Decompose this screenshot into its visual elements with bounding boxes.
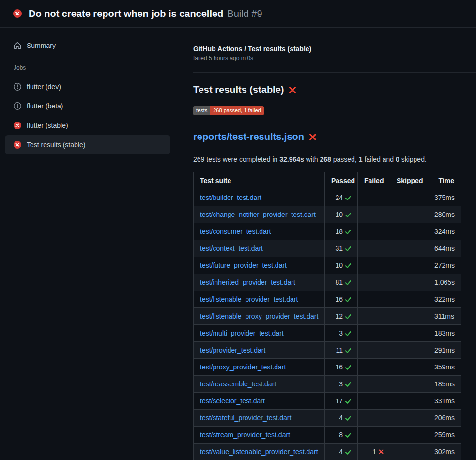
divider	[193, 72, 476, 73]
time-cell: 302ms	[428, 444, 461, 460]
test-suite-link[interactable]: test/reassemble_test.dart	[200, 380, 276, 388]
column-header-test-suite: Test suite	[194, 172, 325, 189]
passed-cell: 18	[325, 223, 358, 240]
test-suite-link[interactable]: test/stream_provider_test.dart	[200, 431, 290, 439]
skipped-cell	[390, 410, 428, 427]
test-suite-link[interactable]: test/future_provider_test.dart	[200, 261, 287, 269]
table-row: test/value_listenable_provider_test.dart…	[194, 444, 461, 460]
failed-cell	[358, 274, 390, 291]
passed-cell: 10	[325, 257, 358, 274]
sidebar-item-flutter-dev[interactable]: flutter (dev)	[5, 77, 170, 96]
sidebar-item-flutter-stable[interactable]: flutter (stable)	[5, 116, 170, 135]
failed-cell	[358, 410, 390, 427]
column-header-time: Time	[428, 172, 461, 189]
test-suite-link[interactable]: test/consumer_test.dart	[200, 228, 271, 235]
job-label: Test results (stable)	[27, 141, 85, 149]
test-suite-cell: test/stateful_provider_test.dart	[194, 410, 325, 427]
page-title: Do not create report when job is cancell…	[29, 8, 262, 19]
skipped-cell	[390, 427, 428, 444]
test-suite-cell: test/provider_test.dart	[194, 342, 325, 359]
test-suite-link[interactable]: test/change_notifier_provider_test.dart	[200, 211, 316, 218]
report-file-link[interactable]: reports/test-results.json	[193, 131, 304, 142]
test-results-table: Test suitePassedFailedSkippedTime test/b…	[193, 172, 461, 460]
skipped-cell	[390, 359, 428, 376]
test-suite-cell: test/proxy_provider_test.dart	[194, 359, 325, 376]
test-suite-link[interactable]: test/proxy_provider_test.dart	[200, 363, 286, 371]
skipped-cell	[390, 308, 428, 325]
test-suite-cell: test/value_listenable_provider_test.dart	[194, 444, 325, 460]
cancelled-circle-icon	[14, 83, 21, 91]
failed-cell	[358, 257, 390, 274]
skipped-cell	[390, 393, 428, 410]
skipped-cell	[390, 240, 428, 257]
summary-segment: 1	[359, 155, 363, 163]
column-header-skipped: Skipped	[390, 172, 428, 189]
table-row: test/consumer_test.dart18324ms	[194, 223, 461, 240]
time-cell: 272ms	[428, 257, 461, 274]
test-suite-link[interactable]: test/selector_test.dart	[200, 397, 265, 405]
summary-segment: skipped.	[399, 155, 427, 163]
failed-cell	[358, 291, 390, 308]
time-cell: 259ms	[428, 427, 461, 444]
column-header-failed: Failed	[358, 172, 390, 189]
passed-cell: 3	[325, 376, 358, 393]
sidebar-item-flutter-beta[interactable]: flutter (beta)	[5, 96, 170, 116]
test-suite-cell: test/listenable_provider_test.dart	[194, 291, 325, 308]
table-row: test/context_test.dart31644ms	[194, 240, 461, 257]
test-suite-cell: test/inherited_provider_test.dart	[194, 274, 325, 291]
cancelled-circle-icon	[14, 102, 21, 110]
passed-cell: 4	[325, 444, 358, 460]
passed-cell: 12	[325, 308, 358, 325]
table-row: test/future_provider_test.dart10272ms	[194, 257, 461, 274]
skipped-cell	[390, 274, 428, 291]
section-title-text: Test results (stable)	[193, 84, 284, 95]
time-cell: 644ms	[428, 240, 461, 257]
failed-cell	[358, 325, 390, 342]
passed-cell: 3	[325, 325, 358, 342]
test-suite-link[interactable]: test/stateful_provider_test.dart	[200, 414, 291, 422]
table-row: test/selector_test.dart17331ms	[194, 393, 461, 410]
passed-cell: 10	[325, 206, 358, 223]
failed-cell	[358, 240, 390, 257]
skipped-cell	[390, 206, 428, 223]
run-title: Do not create report when job is cancell…	[29, 8, 223, 19]
test-suite-link[interactable]: test/provider_test.dart	[200, 346, 265, 354]
failed-cell	[358, 376, 390, 393]
test-suite-link[interactable]: test/inherited_provider_test.dart	[200, 278, 295, 286]
sidebar-item-summary[interactable]: Summary	[5, 38, 170, 53]
time-cell: 280ms	[428, 206, 461, 223]
summary-segment: 32.964s	[279, 155, 304, 163]
failed-cell	[358, 206, 390, 223]
failed-cell: 1	[358, 444, 390, 460]
test-suite-link[interactable]: test/multi_provider_test.dart	[200, 329, 284, 337]
skipped-cell	[390, 189, 428, 206]
failed-cell	[358, 308, 390, 325]
test-suite-link[interactable]: test/builder_test.dart	[200, 194, 261, 201]
test-suite-link[interactable]: test/value_listenable_provider_test.dart	[200, 448, 318, 456]
table-row: test/multi_provider_test.dart3183ms	[194, 325, 461, 342]
test-suite-cell: test/builder_test.dart	[194, 189, 325, 206]
summary-segment: with	[304, 155, 320, 163]
test-suite-cell: test/context_test.dart	[194, 240, 325, 257]
skipped-cell	[390, 257, 428, 274]
skipped-cell	[390, 223, 428, 240]
table-row: test/stream_provider_test.dart8259ms	[194, 427, 461, 444]
summary-segment: 268	[320, 155, 331, 163]
test-suite-link[interactable]: test/context_test.dart	[200, 245, 263, 252]
cross-mark-icon	[289, 86, 296, 94]
column-header-passed: Passed	[325, 172, 358, 189]
failed-cell	[358, 393, 390, 410]
test-suite-link[interactable]: test/listenable_provider_test.dart	[200, 295, 298, 303]
main-content: GitHub Actions / Test results (stable) f…	[170, 28, 476, 460]
table-row: test/listenable_proxy_provider_test.dart…	[194, 308, 461, 325]
sidebar-item-test-results-stable[interactable]: Test results (stable)	[5, 135, 170, 154]
failed-cell	[358, 189, 390, 206]
time-cell: 1.065s	[428, 274, 461, 291]
skipped-cell	[390, 342, 428, 359]
section-title: Test results (stable)	[193, 84, 476, 95]
test-suite-link[interactable]: test/listenable_proxy_provider_test.dart	[200, 312, 318, 320]
table-row: test/builder_test.dart24375ms	[194, 189, 461, 206]
failed-cell	[358, 342, 390, 359]
table-row: test/stateful_provider_test.dart4206ms	[194, 410, 461, 427]
time-cell: 331ms	[428, 393, 461, 410]
